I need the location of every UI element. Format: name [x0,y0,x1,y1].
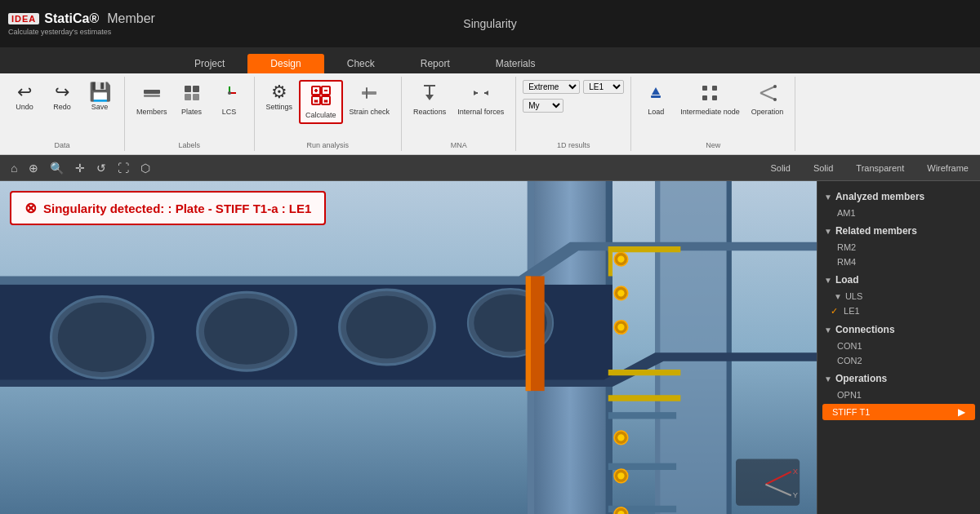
svg-line-36 [760,93,775,100]
intermediate-node-icon [700,83,719,106]
plates-button[interactable]: Plates [174,80,210,119]
tree-item-am1[interactable]: AM1 [817,206,980,220]
svg-marker-26 [474,91,478,95]
strain-check-button[interactable]: Strain check [345,80,395,119]
uls-arrow-icon: ▼ [834,292,842,301]
svg-point-73 [617,324,624,330]
svg-rect-33 [702,95,707,100]
svg-line-35 [760,86,775,93]
fullscreen-button[interactable]: ⛶ [114,159,133,177]
calculate-label: Calculate [305,111,336,119]
calculate-icon [310,85,332,109]
crosshair-button[interactable]: ✛ [71,159,89,177]
svg-point-71 [617,290,624,296]
load-header[interactable]: ▼ Load [817,271,980,289]
svg-rect-4 [185,94,191,100]
related-arrow-icon: ▼ [824,227,832,236]
rotate-button[interactable]: ↺ [92,159,110,177]
viewport[interactable]: ⊗ Singularity detected: : Plate - STIFF … [0,181,817,514]
uls-item[interactable]: ▼ ULS [817,289,980,304]
beam-scene: X Y [0,181,817,514]
view-solid1-button[interactable]: Solid [765,162,795,175]
svg-point-50 [58,303,146,372]
cursor-button[interactable]: ⬡ [136,159,154,177]
le1-dropdown[interactable]: LE1 LE2 [583,80,624,94]
tree-item-opn1[interactable]: OPN1 [817,388,980,402]
ribbon-group-new: Load Intermediate node [631,77,795,151]
home-button[interactable]: ⌂ [7,159,21,177]
checkmark-icon: ✓ [831,306,838,316]
reactions-label: Reactions [413,108,446,116]
zoom-fit-button[interactable]: ⊕ [24,159,42,177]
save-label: Save [91,103,109,111]
ribbon: ↩ Undo ↪ Redo 💾 Save Data [0,73,980,155]
tab-check[interactable]: Check [324,54,398,73]
strain-check-icon [359,83,379,106]
tree-item-rm2[interactable]: RM2 [817,240,980,255]
load-label: Load [648,108,664,116]
redo-button[interactable]: ↪ Redo [44,80,80,114]
tree-item-le1[interactable]: ✓ LE1 [817,304,980,319]
operations-header[interactable]: ▼ Operations [817,370,980,388]
analyzed-members-label: Analyzed members [835,191,924,202]
undo-label: Undo [16,103,33,111]
view-transparent-button[interactable]: Transparent [851,162,909,175]
svg-point-38 [773,98,777,101]
related-members-header[interactable]: ▼ Related members [817,222,980,240]
svg-marker-74 [608,246,681,252]
operation-icon [758,83,777,106]
svg-marker-23 [425,95,434,100]
reactions-button[interactable]: Reactions [408,80,451,119]
tree-section-load: ▼ Load ▼ ULS ✓ LE1 [817,271,980,319]
uls-label: ULS [845,291,862,301]
tree-item-stiff-t1[interactable]: STIFF T1 ▶ [822,404,975,420]
tree-item-con2[interactable]: CON2 [817,353,980,368]
run-analysis-label: Run analysis [307,141,350,151]
svg-rect-5 [193,94,199,100]
analyzed-members-header[interactable]: ▼ Analyzed members [817,188,980,206]
1d-results-label: 1D results [557,141,590,151]
save-button[interactable]: 💾 Save [82,80,118,114]
svg-rect-45 [727,181,732,514]
undo-button[interactable]: ↩ Undo [7,80,42,114]
operation-label: Operation [751,108,784,116]
svg-rect-30 [651,95,661,98]
singularity-alert: ⊗ Singularity detected: : Plate - STIFF … [10,191,326,225]
lcs-button[interactable]: LCS [212,80,247,119]
ribbon-group-mna: Reactions Internal forces MNA [402,77,516,151]
tree-item-rm4[interactable]: RM4 [817,255,980,269]
tab-design[interactable]: Design [247,54,323,73]
members-button[interactable]: Members [131,80,172,119]
svg-marker-77 [608,395,681,401]
ribbon-group-data: ↩ Undo ↪ Redo 💾 Save Data [0,77,125,151]
settings-button[interactable]: ⚙ Settings [261,80,298,114]
tab-materials[interactable]: Materials [473,54,559,73]
my-dropdown[interactable]: My Mz N [523,99,564,113]
intermediate-node-button[interactable]: Intermediate node [675,80,745,119]
right-panel: ▼ Analyzed members AM1 ▼ Related members… [817,181,980,514]
operation-button[interactable]: Operation [746,80,789,119]
new-group-label: New [706,141,720,151]
svg-rect-0 [144,90,160,94]
view-solid2-button[interactable]: Solid [808,162,838,175]
logo-staticca: StatiCa® [44,11,99,26]
redo-icon: ↪ [55,83,69,101]
operations-arrow-icon: ▼ [824,374,832,383]
tree-item-con1[interactable]: CON1 [817,339,980,353]
svg-point-65 [617,472,624,479]
svg-rect-2 [185,86,191,92]
internal-forces-button[interactable]: Internal forces [452,80,509,119]
tab-project[interactable]: Project [172,54,247,73]
load-label: Load [835,274,859,286]
svg-point-63 [617,434,624,441]
stiff-t1-arrow: ▶ [958,406,965,418]
alert-icon: ⊗ [24,199,37,217]
logo-area: IDEA StatiCa® Member Calculate yesterday… [8,11,155,36]
search-button[interactable]: 🔍 [46,159,68,177]
extreme-dropdown[interactable]: Extreme All [523,80,580,94]
load-button[interactable]: Load [638,80,674,119]
calculate-button[interactable]: Calculate [299,80,343,124]
view-wireframe-button[interactable]: Wireframe [922,162,973,175]
tab-report[interactable]: Report [398,54,473,73]
connections-header[interactable]: ▼ Connections [817,321,980,339]
